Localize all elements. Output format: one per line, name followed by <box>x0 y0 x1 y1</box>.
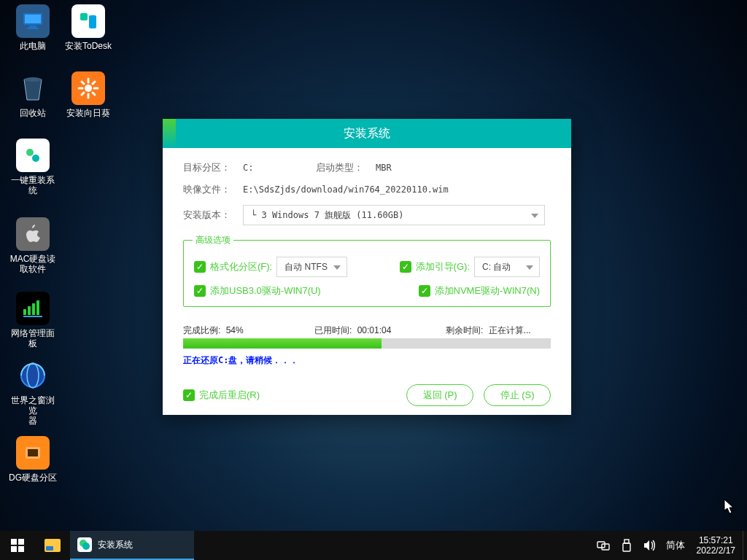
svg-rect-29 <box>18 546 24 552</box>
installer-body: 目标分区： C: 启动类型： MBR 映像文件： E:\SdsZjds/down… <box>163 148 571 418</box>
progress-bar <box>183 338 551 349</box>
back-button[interactable]: 返回 (P) <box>406 384 473 406</box>
taskbar: 安装系统 简体 15:57:21 2022/2/17 <box>0 531 747 560</box>
installer-title: 安装系统 <box>344 126 390 141</box>
svg-rect-26 <box>11 539 17 545</box>
checkbox-checked-icon[interactable] <box>183 389 195 401</box>
desktop-icon-dg[interactable]: DG硬盘分区 <box>7 436 58 483</box>
format-partition-select[interactable]: 自动 NTFS <box>276 257 347 277</box>
tray-volume-icon[interactable] <box>638 531 662 560</box>
progress-section: 完成比例: 54% 已用时间: 00:01:04 剩余时间: 正在计算... <box>183 324 551 367</box>
svg-line-24 <box>82 93 84 95</box>
svg-rect-3 <box>27 28 39 29</box>
apple-disk-icon <box>16 217 50 251</box>
boot-type-label: 启动类型： <box>316 161 376 174</box>
desktop-icon-recycle-bin[interactable]: 回收站 <box>7 71 58 118</box>
dg-icon <box>16 436 50 470</box>
image-file-value: E:\SdsZjds/download/win764_20220110.wim <box>243 184 449 195</box>
svg-rect-8 <box>36 300 39 315</box>
desktop-icon-reinstall[interactable]: 一键重装系统 <box>7 139 58 195</box>
format-partition-option[interactable]: 格式化分区(F): <box>194 260 272 273</box>
install-version-label: 安装版本： <box>183 209 243 222</box>
progress-pct: 完成比例: 54% <box>183 324 314 337</box>
checkbox-checked-icon[interactable] <box>194 261 206 273</box>
add-boot-option[interactable]: 添加引导(G): <box>400 260 470 273</box>
desktop-icon-label: 网络管理面板 <box>7 328 58 349</box>
installer-window: 安装系统 目标分区： C: 启动类型： MBR 映像文件： E:\SdsZjds… <box>163 119 571 415</box>
tray-ime[interactable]: 简体 <box>662 539 689 552</box>
nvme-driver-option[interactable]: 添加NVME驱动-WIN7(N) <box>419 284 540 298</box>
tray-network-icon[interactable] <box>592 531 615 560</box>
install-version-select[interactable]: └ 3 Windows 7 旗舰版 (11.60GB) <box>243 205 545 225</box>
desktop-icon-macdisk[interactable]: MAC硬盘读 取软件 <box>7 217 58 274</box>
tray-time: 15:57:21 <box>697 535 735 545</box>
taskbar-item-label: 安装系统 <box>98 539 133 551</box>
taskbar-item-installer[interactable]: 安装系统 <box>70 531 194 560</box>
tray-usb-icon[interactable] <box>615 531 638 560</box>
boot-type-value: MBR <box>376 163 392 173</box>
row-target: 目标分区： C: 启动类型： MBR <box>183 161 551 174</box>
sunflower-icon <box>71 71 105 105</box>
add-boot-value: C: 自动 <box>482 261 511 273</box>
windows-logo-icon <box>11 539 24 552</box>
chevron-down-icon <box>333 265 341 270</box>
svg-rect-15 <box>80 13 88 20</box>
svg-rect-9 <box>23 316 42 317</box>
advanced-options-legend: 高级选项 <box>193 234 233 246</box>
monitor-icon <box>16 4 50 38</box>
target-partition-value: C: <box>243 163 316 173</box>
install-version-value: └ 3 Windows 7 旗舰版 (11.60GB) <box>251 209 403 222</box>
installer-footer: 完成后重启(R) 返回 (P) 停止 (S) <box>183 384 551 406</box>
format-partition-value: 自动 NTFS <box>285 261 328 273</box>
chevron-down-icon <box>526 265 533 270</box>
desktop-icon-netpanel[interactable]: 网络管理面板 <box>7 292 58 349</box>
restart-after-label: 完成后重启(R) <box>199 389 260 402</box>
checkbox-checked-icon[interactable] <box>194 285 206 297</box>
titlebar-accent <box>163 119 176 148</box>
desktop-icon-sunflower[interactable]: 安装向日葵 <box>63 71 114 118</box>
progress-eta: 剩余时间: 正在计算... <box>446 324 551 337</box>
desktop-icon-browser[interactable]: 世界之窗浏览 器 <box>7 359 58 426</box>
desktop-icon-label: MAC硬盘读 取软件 <box>7 254 58 274</box>
progress-bar-fill <box>183 338 382 349</box>
checkbox-checked-icon[interactable] <box>419 285 430 297</box>
system-tray: 简体 15:57:21 2022/2/17 <box>592 531 747 560</box>
svg-rect-2 <box>29 26 36 28</box>
add-boot-label: 添加引导(G): <box>416 260 470 273</box>
svg-point-17 <box>85 85 92 92</box>
svg-rect-14 <box>28 449 38 456</box>
network-panel-icon <box>16 292 50 325</box>
desktop-icon-label: 此电脑 <box>7 41 58 51</box>
advanced-options-fieldset: 高级选项 格式化分区(F): 自动 NTFS 添加引导(G): <box>183 234 551 307</box>
start-button[interactable] <box>0 531 35 560</box>
restart-after-option[interactable]: 完成后重启(R) <box>183 389 260 402</box>
desktop-icon-label: 安装ToDesk <box>63 41 114 51</box>
show-desktop-button[interactable] <box>743 531 747 560</box>
file-explorer-button[interactable] <box>35 531 70 560</box>
svg-rect-31 <box>602 544 609 550</box>
folder-icon <box>44 539 61 552</box>
checkbox-checked-icon[interactable] <box>400 261 411 273</box>
tray-clock[interactable]: 15:57:21 2022/2/17 <box>689 535 743 556</box>
tray-date: 2022/2/17 <box>697 545 735 556</box>
usb3-driver-label: 添加USB3.0驱动-WIN7(U) <box>210 284 321 298</box>
desktop-icon-label: 安装向日葵 <box>63 108 114 118</box>
desktop-icon-todesk[interactable]: 安装ToDesk <box>63 4 114 51</box>
svg-rect-1 <box>25 15 41 23</box>
svg-rect-5 <box>23 309 26 315</box>
installer-task-icon <box>77 537 92 552</box>
svg-line-23 <box>93 93 95 95</box>
svg-rect-7 <box>32 303 35 315</box>
svg-line-25 <box>93 82 95 84</box>
row-version: 安装版本： └ 3 Windows 7 旗舰版 (11.60GB) <box>183 205 551 225</box>
svg-rect-28 <box>11 546 17 552</box>
stop-button[interactable]: 停止 (S) <box>484 384 551 406</box>
svg-rect-6 <box>28 306 31 315</box>
progress-time: 已用时间: 00:01:04 <box>314 324 446 337</box>
desktop-icon-this-pc[interactable]: 此电脑 <box>7 4 58 51</box>
add-boot-select[interactable]: C: 自动 <box>474 257 540 277</box>
installer-titlebar[interactable]: 安装系统 <box>163 119 571 148</box>
row-image: 映像文件： E:\SdsZjds/download/win764_2022011… <box>183 183 551 196</box>
target-partition-label: 目标分区： <box>183 161 243 174</box>
usb3-driver-option[interactable]: 添加USB3.0驱动-WIN7(U) <box>194 284 321 298</box>
